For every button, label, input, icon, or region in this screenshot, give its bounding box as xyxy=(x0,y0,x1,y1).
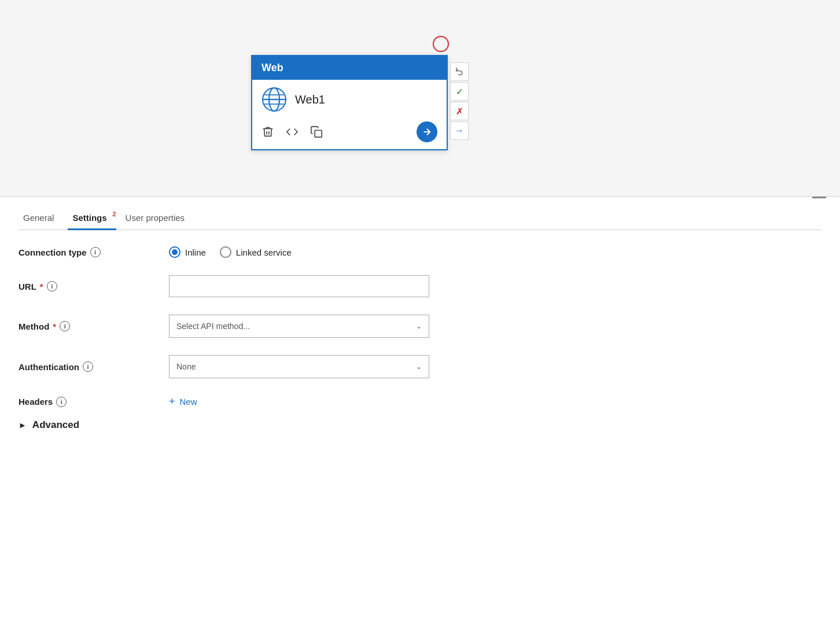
web-node-header: Web xyxy=(252,56,447,80)
tab-settings[interactable]: Settings 2 xyxy=(68,208,116,230)
method-label: Method * i xyxy=(19,321,169,331)
tab-general[interactable]: General xyxy=(19,208,63,230)
connection-type-info-icon[interactable]: i xyxy=(90,247,101,257)
web-node-card: Web Web1 xyxy=(251,55,448,150)
advanced-row[interactable]: ► Advanced xyxy=(19,419,539,431)
authentication-control: None ⌄ xyxy=(169,355,539,378)
headers-control: + New xyxy=(169,396,539,408)
plus-icon: + xyxy=(169,396,175,408)
url-input[interactable] xyxy=(169,275,429,297)
authentication-row: Authentication i None ⌄ xyxy=(19,355,539,378)
authentication-label: Authentication i xyxy=(19,361,169,372)
method-dropdown[interactable]: Select API method... ⌄ xyxy=(169,315,429,338)
web-node-name: Web1 xyxy=(295,93,325,106)
tabs-bar: General Settings 2 User properties xyxy=(19,197,821,230)
settings-badge: 2 xyxy=(112,211,116,217)
svg-point-5 xyxy=(263,88,286,111)
headers-label: Headers i xyxy=(19,397,169,407)
authentication-dropdown-arrow: ⌄ xyxy=(416,363,422,371)
delete-icon[interactable] xyxy=(261,125,274,138)
code-icon[interactable] xyxy=(286,125,299,138)
advanced-label: Advanced xyxy=(32,419,79,431)
url-label: URL * i xyxy=(19,281,169,291)
inline-radio-circle xyxy=(169,246,180,258)
headers-row: Headers i + New xyxy=(19,396,539,408)
canvas-area: Web Web1 xyxy=(0,0,840,197)
expand-button[interactable]: → xyxy=(450,121,469,140)
authentication-info-icon[interactable]: i xyxy=(83,361,93,372)
inline-radio[interactable]: Inline xyxy=(169,246,206,258)
linked-service-radio-circle xyxy=(220,246,231,258)
undo-button[interactable] xyxy=(450,62,469,81)
connection-type-control: Inline Linked service xyxy=(169,246,539,258)
connection-type-row: Connection type i Inline Linked service xyxy=(19,246,539,258)
linked-service-radio[interactable]: Linked service xyxy=(220,246,292,258)
url-row: URL * i xyxy=(19,275,539,297)
method-row: Method * i Select API method... ⌄ xyxy=(19,315,539,338)
copy-icon[interactable] xyxy=(310,125,323,138)
method-dropdown-arrow: ⌄ xyxy=(416,322,422,330)
url-required: * xyxy=(40,282,43,291)
svg-rect-6 xyxy=(315,130,322,137)
web-node-body: Web1 xyxy=(252,80,447,117)
tab-user-properties[interactable]: User properties xyxy=(121,208,194,230)
minimize-bar[interactable] xyxy=(812,197,826,198)
url-info-icon[interactable]: i xyxy=(47,281,57,291)
web-node-title: Web xyxy=(261,62,283,73)
settings-form: Connection type i Inline Linked service xyxy=(19,230,539,449)
cancel-button[interactable]: ✗ xyxy=(450,102,469,120)
connection-type-label: Connection type i xyxy=(19,247,169,257)
method-info-icon[interactable]: i xyxy=(60,321,70,331)
side-buttons-panel: ✓ ✗ → xyxy=(450,62,469,140)
url-control xyxy=(169,275,539,297)
red-circle-indicator xyxy=(433,36,449,52)
web-node-actions xyxy=(252,117,447,149)
authentication-dropdown[interactable]: None ⌄ xyxy=(169,355,429,378)
connection-type-radio-group: Inline Linked service xyxy=(169,246,292,258)
globe-icon xyxy=(261,87,287,112)
method-control: Select API method... ⌄ xyxy=(169,315,539,338)
authentication-dropdown-text: None xyxy=(176,362,196,371)
method-required: * xyxy=(53,322,56,331)
settings-panel: General Settings 2 User properties Conne… xyxy=(0,197,840,449)
chevron-right-icon: ► xyxy=(19,420,27,430)
new-header-button[interactable]: + New xyxy=(169,396,197,408)
navigate-icon[interactable] xyxy=(417,121,437,142)
headers-info-icon[interactable]: i xyxy=(56,397,67,407)
confirm-button[interactable]: ✓ xyxy=(450,82,469,101)
method-dropdown-text: Select API method... xyxy=(176,322,250,331)
